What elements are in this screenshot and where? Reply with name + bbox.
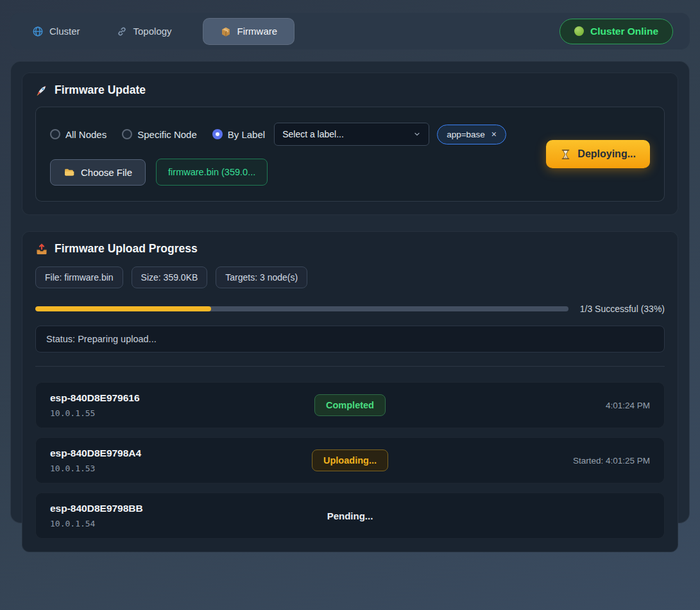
main-content: Firmware Update All Nodes Specific Node … xyxy=(10,61,690,523)
node-row-esp-979616: esp-840D8E979616 10.0.1.55 Completed 4:0… xyxy=(35,382,665,428)
deploy-button[interactable]: Deploying... xyxy=(546,140,650,168)
deploy-controls: All Nodes Specific Node By Label Select … xyxy=(50,123,506,186)
upload-progress-card: Firmware Upload Progress File: firmware.… xyxy=(22,231,678,552)
close-icon[interactable]: × xyxy=(491,130,497,139)
node-identity: esp-840D8E979616 10.0.1.55 xyxy=(50,392,314,418)
link-icon xyxy=(116,26,128,37)
targets-badge: Targets: 3 node(s) xyxy=(216,266,307,288)
nav-tab-label: Firmware xyxy=(237,26,278,37)
card-title-text: Firmware Upload Progress xyxy=(55,242,198,256)
progress-label: 1/3 Successful (33%) xyxy=(580,304,665,314)
nav-tab-firmware[interactable]: Firmware xyxy=(203,18,295,45)
cluster-online-badge[interactable]: Cluster Online xyxy=(559,19,673,44)
progress-bar xyxy=(35,306,568,311)
choose-file-button[interactable]: Choose File xyxy=(50,159,146,186)
upload-tray-icon xyxy=(35,243,48,256)
radio-label: Specific Node xyxy=(137,129,197,140)
rocket-icon xyxy=(35,84,48,97)
node-name: esp-840D8E979616 xyxy=(50,392,314,404)
node-ip: 10.0.1.53 xyxy=(50,464,312,473)
node-row-esp-9798a4: esp-840D8E9798A4 10.0.1.53 Uploading... … xyxy=(35,437,665,484)
radio-by-label[interactable]: By Label xyxy=(212,129,265,140)
firmware-update-title: Firmware Update xyxy=(35,83,665,97)
target-mode-row: All Nodes Specific Node By Label Select … xyxy=(50,123,506,146)
progress-bar-fill xyxy=(35,306,211,311)
radio-label: All Nodes xyxy=(65,129,107,140)
size-badge: Size: 359.0KB xyxy=(132,266,208,288)
status-badge-uploading: Uploading... xyxy=(312,449,388,471)
nav-tab-cluster[interactable]: Cluster xyxy=(27,19,85,44)
upload-progress-title: Firmware Upload Progress xyxy=(35,242,665,256)
status-message-box: Status: Preparing upload... xyxy=(35,326,665,353)
radio-circle-icon[interactable] xyxy=(122,129,132,139)
deploy-panel: All Nodes Specific Node By Label Select … xyxy=(35,107,665,202)
radio-label: By Label xyxy=(228,129,265,140)
folder-icon xyxy=(64,167,74,178)
nav-tab-topology[interactable]: Topology xyxy=(111,19,177,44)
radio-circle-icon[interactable] xyxy=(50,129,60,139)
file-badge: File: firmware.bin xyxy=(35,266,123,288)
label-tag-text: app=base xyxy=(447,130,485,139)
node-identity: esp-840D8E9798BB 10.0.1.54 xyxy=(50,503,327,528)
nav-tab-label: Topology xyxy=(133,26,172,37)
deploy-button-label: Deploying... xyxy=(577,148,636,160)
upload-meta-row: File: firmware.bin Size: 359.0KB Targets… xyxy=(35,266,665,288)
label-tag-app-base: app=base × xyxy=(437,125,506,144)
selected-file-chip: firmware.bin (359.0... xyxy=(156,159,268,186)
status-badge-completed: Completed xyxy=(314,394,386,416)
cluster-status-label: Cluster Online xyxy=(590,26,658,37)
node-row-esp-9798bb: esp-840D8E9798BB 10.0.1.54 Pending... xyxy=(35,492,665,539)
card-title-text: Firmware Update xyxy=(55,83,146,97)
radio-all-nodes[interactable]: All Nodes xyxy=(50,129,107,140)
radio-specific-node[interactable]: Specific Node xyxy=(122,129,197,140)
radio-circle-icon[interactable] xyxy=(212,129,223,139)
nav-tab-label: Cluster xyxy=(49,26,80,37)
node-ip: 10.0.1.55 xyxy=(50,408,314,418)
firmware-update-card: Firmware Update All Nodes Specific Node … xyxy=(22,73,678,215)
divider xyxy=(35,366,665,367)
node-ip: 10.0.1.54 xyxy=(50,519,327,528)
globe-icon xyxy=(32,26,44,37)
node-name: esp-840D8E9798BB xyxy=(50,503,327,514)
select-placeholder: Select a label... xyxy=(282,129,344,139)
node-name: esp-840D8E9798A4 xyxy=(50,448,312,459)
node-timestamp: Started: 4:01:25 PM xyxy=(573,456,650,466)
top-navbar: Cluster Topology Firmware Cluster Online xyxy=(10,13,690,49)
file-row: Choose File firmware.bin (359.0... xyxy=(50,159,506,186)
chevron-down-icon xyxy=(413,130,421,138)
progress-row: 1/3 Successful (33%) xyxy=(35,304,665,314)
node-timestamp: 4:01:24 PM xyxy=(606,401,650,410)
package-icon xyxy=(220,26,232,37)
green-dot-icon xyxy=(574,26,584,36)
choose-file-label: Choose File xyxy=(81,167,132,178)
hourglass-icon xyxy=(560,149,571,160)
status-text-pending: Pending... xyxy=(327,510,373,521)
label-select-dropdown[interactable]: Select a label... xyxy=(274,123,429,146)
node-identity: esp-840D8E9798A4 10.0.1.53 xyxy=(50,448,312,473)
